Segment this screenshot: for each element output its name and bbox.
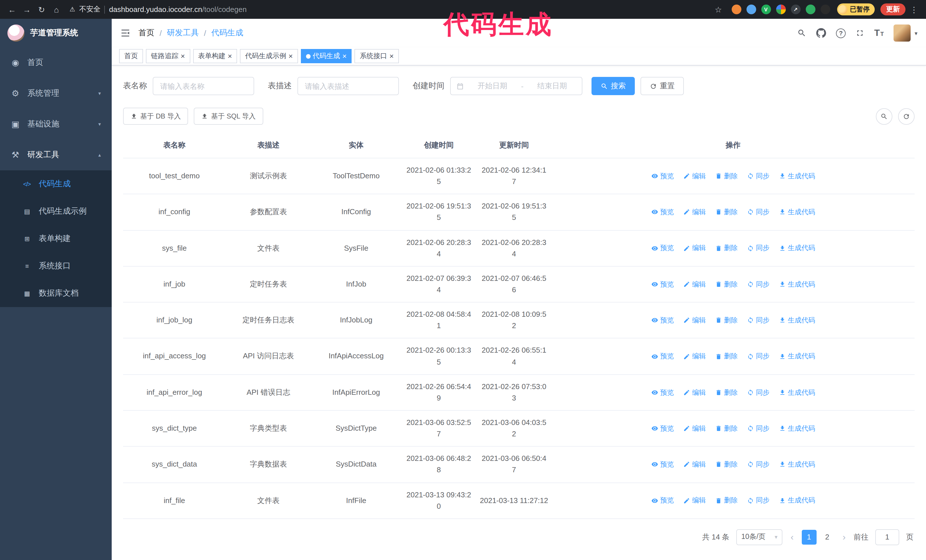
generate-code-link[interactable]: 生成代码 [779, 495, 815, 506]
delete-link[interactable]: 删除 [715, 495, 738, 506]
generate-code-link[interactable]: 生成代码 [779, 315, 815, 326]
forward-icon[interactable]: → [21, 3, 33, 16]
preview-link[interactable]: 预览 [651, 243, 674, 254]
extension-icon[interactable] [746, 5, 756, 14]
sidebar-item[interactable]: ◉ 首页 [0, 47, 112, 78]
prev-page-button[interactable]: ‹ [790, 532, 795, 542]
preview-link[interactable]: 预览 [651, 495, 674, 506]
sync-link[interactable]: 同步 [747, 387, 770, 398]
fullscreen-icon[interactable] [855, 29, 864, 38]
generate-code-link[interactable]: 生成代码 [779, 351, 815, 362]
delete-link[interactable]: 删除 [715, 315, 738, 326]
back-icon[interactable]: ← [6, 3, 18, 16]
sql-import-button[interactable]: 基于 SQL 导入 [194, 108, 263, 125]
page-number-button[interactable]: 2 [820, 530, 835, 545]
table-desc-input[interactable] [298, 77, 399, 95]
sync-link[interactable]: 同步 [747, 459, 770, 470]
generate-code-link[interactable]: 生成代码 [779, 423, 815, 434]
date-range-picker[interactable]: 开始日期 - 结束日期 [450, 77, 583, 95]
update-button[interactable]: 更新 [881, 3, 905, 15]
sidebar-item[interactable]: ⚒ 研发工具 ▴ [0, 140, 112, 171]
preview-link[interactable]: 预览 [651, 315, 674, 326]
view-tab[interactable]: 代码生成 × [301, 49, 352, 63]
delete-link[interactable]: 删除 [715, 423, 738, 434]
search-button[interactable]: 搜索 [592, 77, 635, 95]
view-tab[interactable]: 链路追踪 × [146, 49, 190, 63]
address-bar[interactable]: ⚠ 不安全 dashboard.yudao.iocoder.cn/tool/co… [70, 5, 705, 14]
goto-page-input[interactable] [875, 529, 899, 545]
sidebar-toggle-icon[interactable] [120, 28, 130, 38]
view-tab[interactable]: 代码生成示例 × [240, 49, 298, 63]
edit-link[interactable]: 编辑 [683, 243, 706, 254]
help-icon[interactable]: ? [836, 28, 846, 38]
tab-close-icon[interactable]: × [288, 53, 293, 60]
github-icon[interactable] [816, 28, 826, 38]
toggle-search-button[interactable] [876, 108, 893, 124]
refresh-table-button[interactable] [898, 108, 915, 124]
tab-close-icon[interactable]: × [181, 53, 185, 60]
generate-code-link[interactable]: 生成代码 [779, 243, 815, 254]
page-number-button[interactable]: 1 [802, 530, 816, 545]
sidebar-subitem[interactable]: ▤ 代码生成示例 [0, 198, 112, 225]
next-page-button[interactable]: › [841, 532, 847, 542]
edit-link[interactable]: 编辑 [683, 459, 706, 470]
logo[interactable]: 芋道管理系统 [0, 19, 112, 47]
caret-down-icon[interactable]: ▾ [915, 30, 917, 36]
generate-code-link[interactable]: 生成代码 [779, 387, 815, 398]
extension-icon[interactable] [820, 5, 830, 14]
sidebar-item[interactable]: ⚙ 系统管理 ▾ [0, 78, 112, 109]
delete-link[interactable]: 删除 [715, 171, 738, 181]
sidebar-subitem[interactable]: ⊞ 表单构建 [0, 225, 112, 252]
bookmark-star-icon[interactable]: ☆ [712, 3, 725, 16]
view-tab[interactable]: 首页 × [119, 49, 143, 63]
db-import-button[interactable]: 基于 DB 导入 [123, 108, 188, 125]
sync-link[interactable]: 同步 [747, 423, 770, 434]
delete-link[interactable]: 删除 [715, 207, 738, 217]
edit-link[interactable]: 编辑 [683, 279, 706, 290]
url-text[interactable]: dashboard.yudao.iocoder.cn/tool/codegen [109, 5, 247, 14]
table-name-input[interactable] [153, 77, 254, 95]
delete-link[interactable]: 删除 [715, 243, 738, 254]
reload-icon[interactable]: ↻ [35, 3, 48, 16]
preview-link[interactable]: 预览 [651, 423, 674, 434]
browser-menu-icon[interactable]: ⋮ [908, 3, 920, 16]
delete-link[interactable]: 删除 [715, 387, 738, 398]
sidebar-subitem[interactable]: </> 代码生成 [0, 171, 112, 198]
extension-icon[interactable]: ↗ [791, 5, 800, 14]
breadcrumb-item[interactable]: 首页 / [138, 28, 162, 38]
generate-code-link[interactable]: 生成代码 [779, 207, 815, 217]
sync-link[interactable]: 同步 [747, 351, 770, 362]
edit-link[interactable]: 编辑 [683, 351, 706, 362]
edit-link[interactable]: 编辑 [683, 315, 706, 326]
preview-link[interactable]: 预览 [651, 279, 674, 290]
generate-code-link[interactable]: 生成代码 [779, 171, 815, 181]
sidebar-subitem[interactable]: ≡ 系统接口 [0, 252, 112, 280]
breadcrumb-item[interactable]: 研发工具 / [167, 28, 206, 38]
sidebar-item[interactable]: ▣ 基础设施 ▾ [0, 109, 112, 140]
tab-close-icon[interactable]: × [228, 53, 232, 60]
generate-code-link[interactable]: 生成代码 [779, 279, 815, 290]
extension-icon[interactable] [805, 5, 815, 14]
preview-link[interactable]: 预览 [651, 459, 674, 470]
security-label[interactable]: 不安全 [79, 5, 101, 14]
search-icon[interactable] [797, 29, 806, 38]
extension-icon[interactable] [731, 5, 741, 14]
edit-link[interactable]: 编辑 [683, 423, 706, 434]
extension-icon[interactable]: V [761, 5, 771, 14]
preview-link[interactable]: 预览 [651, 171, 674, 181]
sync-link[interactable]: 同步 [747, 207, 770, 217]
preview-link[interactable]: 预览 [651, 351, 674, 362]
sync-link[interactable]: 同步 [747, 315, 770, 326]
preview-link[interactable]: 预览 [651, 207, 674, 217]
page-size-select[interactable]: 10条/页 ▾ [736, 529, 783, 545]
edit-link[interactable]: 编辑 [683, 387, 706, 398]
breadcrumb-item[interactable]: 代码生成 [212, 28, 248, 38]
extension-icon[interactable] [776, 5, 785, 14]
user-avatar[interactable] [894, 24, 911, 42]
edit-link[interactable]: 编辑 [683, 207, 706, 217]
sync-link[interactable]: 同步 [747, 495, 770, 506]
delete-link[interactable]: 删除 [715, 279, 738, 290]
font-size-icon[interactable]: TT [874, 29, 884, 38]
generate-code-link[interactable]: 生成代码 [779, 459, 815, 470]
sync-link[interactable]: 同步 [747, 279, 770, 290]
